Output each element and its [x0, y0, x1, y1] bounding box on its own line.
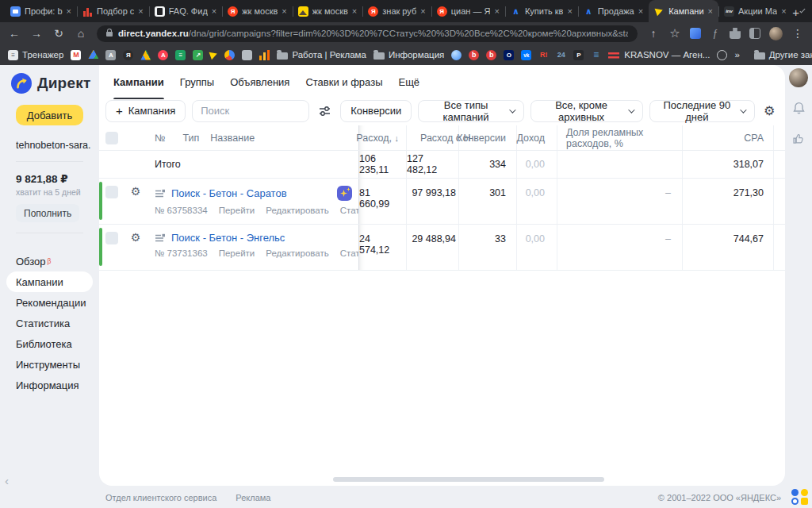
back-icon[interactable]	[8, 27, 21, 40]
go-to-link[interactable]: Перейти	[219, 206, 255, 215]
client-service-link[interactable]: Отдел клиентского сервиса	[105, 493, 216, 502]
tab-more[interactable]: Ещё	[398, 65, 419, 99]
account-name[interactable]: tehnobeton-sara...	[16, 140, 91, 151]
campaign-settings-gear-icon[interactable]	[131, 231, 141, 244]
bookmark-star-icon[interactable]	[668, 26, 681, 40]
forward-icon[interactable]	[30, 27, 43, 40]
pie-chart-icon[interactable]	[224, 50, 235, 60]
extension-icon[interactable]	[690, 28, 701, 39]
google-ads-icon[interactable]	[140, 50, 151, 60]
recommendation-badge[interactable]	[337, 186, 352, 201]
edit-link[interactable]: Редактировать	[266, 206, 328, 215]
building-icon[interactable]	[242, 50, 252, 60]
browser-tab[interactable]: FAQ. Фид	[149, 0, 222, 22]
notifications-bell-icon[interactable]	[792, 102, 806, 118]
url-field[interactable]: direct.yandex.ru/dna/grid/campaigns?filt…	[97, 25, 638, 42]
browser-tab[interactable]: ∧ Купить кв	[505, 0, 578, 22]
statistics-link[interactable]: Статистика	[340, 206, 358, 215]
letter-a-icon[interactable]: А	[105, 50, 116, 60]
sidebar-item-overview[interactable]: Обзорβ	[0, 251, 99, 271]
chat-widget[interactable]	[791, 489, 809, 505]
tab-groups[interactable]: Группы	[180, 65, 214, 99]
sidebar-item-tools[interactable]: Инструменты	[0, 354, 99, 375]
reload-icon[interactable]	[52, 27, 65, 40]
tab-close-icon[interactable]	[494, 6, 499, 16]
col-type[interactable]: Тип	[182, 133, 199, 144]
bookmark-trainer[interactable]: Тренажер	[8, 50, 63, 60]
ozon-icon[interactable]: O	[504, 50, 514, 60]
extensions-puzzle-icon[interactable]	[730, 28, 741, 39]
bookmark-folder-info[interactable]: Информация	[373, 50, 444, 60]
col-revenue[interactable]: Доход	[516, 125, 557, 150]
conversions-button[interactable]: Конверсии	[340, 100, 412, 122]
vk-icon[interactable]: vk	[521, 50, 531, 60]
topup-button[interactable]: Пополнить	[16, 204, 79, 222]
sidebar-collapse-chevron[interactable]	[5, 474, 9, 487]
bookmarks-overflow-chevron[interactable]: »	[734, 50, 739, 60]
sidebar-item-library[interactable]: Библиотека	[0, 333, 99, 354]
col-cost-vat[interactable]: Расход с Н	[406, 125, 458, 150]
globe-icon[interactable]	[717, 50, 727, 60]
sidebar-item-campaigns[interactable]: Кампании	[6, 271, 93, 292]
browser-tab[interactable]: ∧ Продажа	[578, 0, 649, 22]
browser-tab[interactable]: жк москв	[293, 0, 363, 22]
advertising-link[interactable]: Реклама	[236, 493, 270, 502]
google-drive-icon[interactable]	[88, 50, 98, 60]
col-crr[interactable]: Доля рекламных расходов, %	[557, 125, 682, 150]
tab-ads[interactable]: Объявления	[230, 65, 289, 99]
tab-campaigns[interactable]: Кампании	[113, 65, 164, 99]
campaign-name-link[interactable]: Поиск - Бетон - Энгельс	[171, 232, 285, 244]
tab-close-icon[interactable]	[212, 6, 216, 16]
sidebar-item-recommendations[interactable]: Рекомендации	[0, 292, 99, 313]
gmail-icon[interactable]: M	[71, 50, 81, 60]
tab-close-icon[interactable]	[282, 6, 286, 16]
bank-b-icon[interactable]: b	[469, 50, 479, 60]
share-icon[interactable]	[647, 27, 660, 40]
col-conversions[interactable]: Конверсии	[458, 125, 516, 150]
home-icon[interactable]	[75, 27, 87, 40]
new-campaign-button[interactable]: Кампания	[105, 100, 186, 122]
tab-close-icon[interactable]	[352, 6, 357, 16]
col-name[interactable]: Название	[210, 133, 255, 144]
bank-b-icon[interactable]: b	[486, 50, 496, 60]
search-input[interactable]	[192, 100, 309, 122]
browser-tab[interactable]: Я циан — Я	[431, 0, 505, 22]
browser-tab-active[interactable]: Кампани	[649, 0, 718, 22]
select-all-checkbox[interactable]	[105, 132, 118, 144]
row-checkbox[interactable]	[105, 232, 118, 244]
horizontal-scrollbar[interactable]	[333, 477, 604, 482]
browser-profile-avatar[interactable]	[769, 27, 783, 40]
campaign-row[interactable]: Поиск - Бетон - Саратов № 63758334 Перей…	[99, 179, 785, 225]
avito-icon[interactable]: A	[158, 50, 168, 60]
p-icon[interactable]: P	[573, 50, 584, 60]
layers-icon[interactable]	[591, 50, 601, 60]
go-to-link[interactable]: Перейти	[219, 248, 255, 258]
extension-icon[interactable]	[710, 28, 721, 39]
table-settings-gear-icon[interactable]	[761, 103, 777, 118]
col-cost[interactable]: Расход, ↓	[358, 125, 406, 150]
tab-overflow-chevron-icon[interactable]	[799, 7, 805, 13]
browser-tab[interactable]: Подбор с	[77, 0, 149, 22]
col-number[interactable]: №	[155, 133, 165, 144]
edit-link[interactable]: Редактировать	[266, 248, 328, 258]
campaign-settings-gear-icon[interactable]	[131, 185, 141, 198]
tab-close-icon[interactable]	[638, 6, 643, 16]
tab-close-icon[interactable]	[67, 6, 71, 16]
browser-tab[interactable]: Я знак руб	[362, 0, 431, 22]
thumbs-up-icon[interactable]	[792, 133, 805, 148]
browser-tab[interactable]: inv Акции Ма	[718, 0, 792, 22]
col-cpa[interactable]: CPA	[682, 125, 773, 150]
status-filter[interactable]: Все, кроме архивных	[530, 100, 643, 122]
reader-mode-icon[interactable]	[749, 28, 760, 39]
period-filter[interactable]: Последние 90 дней	[649, 100, 756, 122]
yandex-direct-arrow-icon[interactable]	[210, 51, 217, 59]
tab-close-icon[interactable]	[781, 6, 786, 16]
statistics-link[interactable]: Статистика	[340, 248, 358, 258]
sidebar-item-information[interactable]: Информация	[0, 375, 99, 395]
browser-tab[interactable]: Я жк москв	[222, 0, 293, 22]
direct-logo[interactable]: Директ	[0, 71, 99, 96]
tab-close-icon[interactable]	[708, 6, 713, 16]
campaign-type-filter[interactable]: Все типы кампаний	[418, 100, 523, 122]
row-checkbox[interactable]	[105, 186, 118, 198]
sphere-icon[interactable]	[451, 50, 462, 60]
